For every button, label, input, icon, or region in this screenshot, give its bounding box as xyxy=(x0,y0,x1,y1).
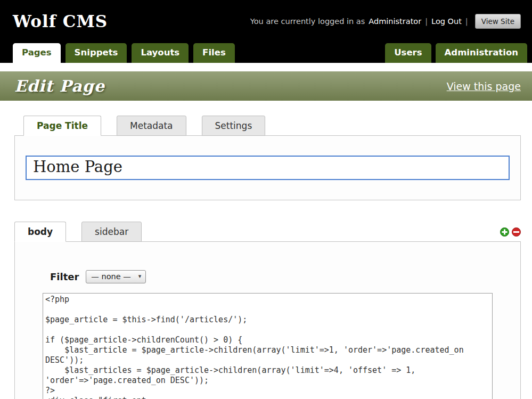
nav-tab-layouts[interactable]: Layouts xyxy=(132,43,189,63)
tab-settings[interactable]: Settings xyxy=(202,116,266,136)
filter-label: Filter xyxy=(50,271,79,282)
separator: | xyxy=(425,17,428,26)
main-nav-right: Users Administration xyxy=(385,43,527,63)
nav-tab-administration[interactable]: Administration xyxy=(436,43,527,63)
nav-tab-files[interactable]: Files xyxy=(193,43,235,63)
parts-tabrow: body sidebar xyxy=(14,222,521,241)
page-title: Edit Page xyxy=(14,77,105,95)
app-logo: Wolf CMS xyxy=(13,12,108,31)
login-prefix-text: You are currently logged in as xyxy=(250,17,365,26)
filter-row: Filter — none — ▾ xyxy=(50,268,493,284)
parts-section: body sidebar xyxy=(14,222,521,399)
separator: | xyxy=(465,17,468,26)
current-user-link[interactable]: Administrator xyxy=(369,17,421,26)
login-status: You are currently logged in as Administr… xyxy=(250,14,521,29)
main-content: Page Title Metadata Settings body sideba… xyxy=(0,101,532,399)
minus-circle-icon xyxy=(512,227,521,237)
chevron-down-icon: ▾ xyxy=(138,273,142,280)
tab-page-title[interactable]: Page Title xyxy=(23,116,101,136)
add-part-button[interactable] xyxy=(500,227,509,237)
tab-part-sidebar[interactable]: sidebar xyxy=(81,222,142,242)
page-header-bar: Edit Page View this page xyxy=(0,71,532,101)
title-panel xyxy=(14,135,521,200)
tab-metadata[interactable]: Metadata xyxy=(117,116,186,136)
tab-part-body[interactable]: body xyxy=(14,222,66,242)
nav-tab-snippets[interactable]: Snippets xyxy=(66,43,127,63)
part-tabset: body sidebar xyxy=(14,222,157,241)
part-content-editor[interactable]: <?php $page_article = $this->find('/arti… xyxy=(43,293,493,399)
logout-link[interactable]: Log Out xyxy=(431,17,462,26)
main-nav-left: Pages Snippets Layouts Files xyxy=(13,43,235,63)
filter-select[interactable]: — none — ▾ xyxy=(86,270,146,283)
nav-tab-pages[interactable]: Pages xyxy=(13,43,61,63)
title-tabset: Page Title Metadata Settings xyxy=(23,116,521,135)
top-header: Wolf CMS You are currently logged in as … xyxy=(0,0,532,63)
filter-select-value: — none — xyxy=(91,272,130,281)
plus-circle-icon xyxy=(500,227,509,237)
remove-part-button[interactable] xyxy=(512,227,521,237)
part-panel: Filter — none — ▾ <?php $page_article = … xyxy=(14,241,521,399)
part-controls xyxy=(500,227,521,241)
page-title-input[interactable] xyxy=(26,156,510,180)
nav-tab-users[interactable]: Users xyxy=(385,43,431,63)
top-row: Wolf CMS You are currently logged in as … xyxy=(0,0,532,43)
view-this-page-link[interactable]: View this page xyxy=(447,80,521,92)
view-site-button[interactable]: View Site xyxy=(475,14,521,29)
main-nav: Pages Snippets Layouts Files Users Admin… xyxy=(0,43,532,63)
